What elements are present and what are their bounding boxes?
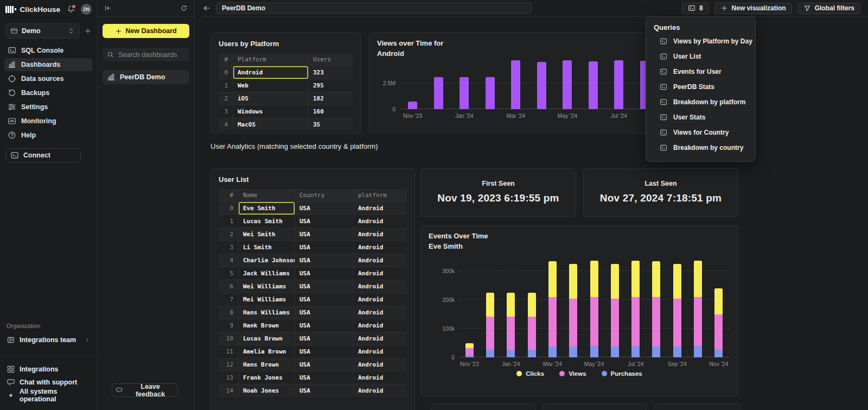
platform-cell[interactable]: MacOS	[233, 118, 308, 131]
dashboard-list-item-peerdb-demo[interactable]: PeerDB Demo	[103, 70, 189, 84]
name-cell[interactable]: Wei Williams	[238, 280, 295, 293]
query-item-breakdown-by-platform[interactable]: Breakdown by platform	[646, 94, 755, 110]
add-service-button[interactable]	[84, 27, 92, 35]
name-cell[interactable]: Wei Smith	[238, 228, 295, 241]
platform-cell: Android	[353, 228, 407, 241]
connect-button[interactable]: Connect	[5, 148, 81, 162]
organization-team-selector[interactable]: Integrations team	[7, 333, 91, 346]
bar[interactable]	[507, 293, 515, 357]
bar[interactable]	[511, 60, 520, 109]
sidebar-footer-integrations[interactable]: Integrations	[7, 363, 91, 376]
query-item-events-for-user[interactable]: Events for User	[646, 64, 755, 79]
bar[interactable]	[673, 264, 681, 357]
platform-cell[interactable]: iOS	[233, 92, 308, 105]
name-cell[interactable]: Jack Williams	[238, 267, 295, 280]
x-axis-tick: Jul '24	[626, 361, 646, 367]
platform-cell: Android	[353, 332, 407, 345]
global-filters-button[interactable]: Global filters	[797, 3, 860, 14]
bar[interactable]	[569, 264, 577, 357]
name-cell[interactable]: Lucas Brown	[238, 332, 295, 345]
users-by-platform-table: #PlatformUsers0Android3231Web2952iOS1823…	[219, 53, 353, 131]
bar[interactable]	[631, 261, 640, 357]
legend-item-views[interactable]: Views	[559, 370, 586, 377]
sidebar-item-sql-console[interactable]: SQL Console	[4, 44, 93, 57]
name-cell[interactable]: Hank Brown	[238, 319, 295, 332]
sidebar-item-help[interactable]: Help	[4, 129, 93, 142]
query-item-views-for-country[interactable]: Views for Country	[646, 125, 755, 140]
sidebar-item-data-sources[interactable]: Data sources	[4, 72, 93, 85]
sidebar-item-backups[interactable]: Backups	[4, 86, 93, 99]
collapse-panel-icon[interactable]	[104, 4, 112, 12]
bar[interactable]	[652, 261, 660, 357]
bar[interactable]	[614, 60, 623, 109]
name-cell[interactable]: Charlie Johnson	[238, 254, 295, 267]
queries-count-button[interactable]: 8	[682, 3, 709, 14]
dashboard-search[interactable]	[103, 48, 189, 61]
bar[interactable]	[459, 77, 469, 110]
dashboard-title-input[interactable]	[216, 2, 532, 14]
service-selector[interactable]: Demo	[5, 23, 80, 39]
name-cell[interactable]: Lucas Smith	[238, 215, 295, 228]
x-axis-tick: Mar '24	[503, 112, 529, 119]
footer-item-label: Integrations	[20, 365, 59, 373]
platform-cell[interactable]: Windows	[233, 105, 308, 118]
name-cell[interactable]: Hans Williams	[238, 306, 295, 319]
bar[interactable]	[694, 261, 702, 357]
query-item-user-stats[interactable]: User Stats	[646, 110, 755, 125]
name-cell[interactable]: Amelia Brown	[238, 345, 295, 358]
platform-cell: Android	[353, 267, 407, 280]
query-item-breakdown-by-country[interactable]: Breakdown by country	[646, 140, 755, 155]
country-cell: USA	[295, 371, 353, 384]
back-button[interactable]	[201, 4, 213, 12]
bar-segment	[507, 317, 515, 350]
legend-item-clicks[interactable]: Clicks	[516, 370, 544, 377]
new-dashboard-button[interactable]: New Dashboard	[103, 24, 189, 38]
platform-cell[interactable]: Web	[233, 79, 308, 92]
query-item-user-list[interactable]: User List	[646, 49, 755, 64]
name-cell[interactable]: Li Smith	[238, 241, 295, 254]
sidebar-item-dashboards[interactable]: Dashboards	[4, 58, 93, 71]
chart-legend: ClicksViewsPurchases	[421, 370, 738, 377]
sidebar-item-label: Monitoring	[21, 117, 56, 125]
sidebar-item-monitoring[interactable]: Monitoring	[4, 115, 93, 128]
platform-cell[interactable]: Android	[233, 66, 308, 79]
leave-feedback-button[interactable]: Leave feedback	[112, 383, 178, 397]
refresh-icon[interactable]	[180, 4, 188, 12]
bar[interactable]	[611, 264, 619, 357]
bar[interactable]	[528, 293, 536, 357]
sidebar-item-settings[interactable]: Settings	[4, 100, 93, 113]
settings-icon	[8, 103, 16, 111]
bar[interactable]	[486, 293, 494, 357]
query-item-peerdb-stats[interactable]: PeerDB Stats	[646, 79, 755, 94]
notifications-bell-icon[interactable]	[67, 5, 75, 14]
bar[interactable]	[408, 102, 417, 109]
name-cell[interactable]: Frank Jones	[238, 371, 295, 384]
connect-label: Connect	[23, 152, 50, 159]
bar[interactable]	[714, 288, 723, 357]
search-input[interactable]	[117, 51, 185, 59]
filter-funnel-icon	[803, 4, 811, 12]
name-cell[interactable]: Eve Smith	[238, 201, 295, 215]
query-item-views-by-platform-by-day[interactable]: Views by Platform by Day	[646, 34, 755, 49]
name-cell[interactable]: Noah Jones	[238, 384, 295, 397]
bar[interactable]	[434, 77, 443, 110]
legend-item-purchases[interactable]: Purchases	[602, 370, 642, 377]
avatar[interactable]: ZN	[81, 4, 92, 15]
name-cell[interactable]: Hans Brown	[238, 358, 295, 371]
bar-segment	[694, 297, 702, 346]
new-visualization-button[interactable]: New visualization	[714, 3, 792, 14]
bar[interactable]	[590, 261, 598, 357]
bar[interactable]	[537, 62, 546, 109]
sidebar-footer-all-systems-operational[interactable]: All systems operational	[7, 389, 91, 402]
bar[interactable]	[548, 261, 557, 357]
bar[interactable]	[465, 343, 474, 357]
bar[interactable]	[563, 60, 572, 109]
events-over-time-panel: Events Over Time Eve Smith 0100k200k300k…	[420, 225, 738, 396]
x-axis-tick: May '24	[584, 361, 604, 367]
sidebar-footer-chat-with-support[interactable]: Chat with support	[7, 376, 91, 389]
bar[interactable]	[486, 77, 495, 110]
bar-segment	[569, 346, 577, 357]
users-cell: 182	[308, 92, 353, 105]
name-cell[interactable]: Mei Williams	[238, 293, 295, 306]
bar[interactable]	[589, 61, 598, 109]
